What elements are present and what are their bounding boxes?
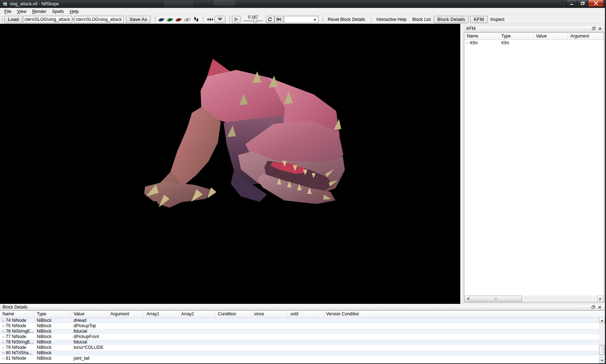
show-nodes-eye-icon[interactable]	[184, 17, 191, 22]
block-details-dock-panel: Block Details NameTypeValueArgumentArray…	[0, 304, 606, 364]
reset-block-details-button[interactable]: Reset Block Details	[325, 16, 368, 23]
block-details-titlebar[interactable]: Block Details	[0, 304, 606, 310]
table-row[interactable]: ▷KfmKfm	[464, 40, 604, 46]
path-splitter-handle[interactable]	[72, 16, 75, 23]
expander-icon[interactable]: ▷	[464, 40, 470, 46]
kfm-table-header[interactable]: NameTypeValueArgument	[464, 33, 604, 40]
column-header[interactable]: Name	[464, 33, 499, 40]
block-details-vertical-scrollbar[interactable]	[599, 318, 605, 363]
toolbar-grip[interactable]	[229, 16, 230, 23]
expander-icon[interactable]: ▷	[0, 329, 6, 334]
cell	[215, 318, 251, 323]
block-details-toggle[interactable]: Block Details	[434, 16, 469, 23]
column-header[interactable]: Condition	[215, 311, 251, 318]
panel-splitter[interactable]	[460, 24, 463, 304]
expander-icon[interactable]: ▷	[0, 334, 6, 339]
expander-icon[interactable]: ▷	[0, 350, 6, 356]
close-panel-icon[interactable]	[598, 27, 602, 30]
kfm-panel-titlebar[interactable]: KFM	[464, 25, 604, 32]
table-row[interactable]: ▷76 NiStringE...NiBlockfiducial	[0, 329, 606, 334]
expander-icon[interactable]: ▷	[0, 323, 6, 329]
toolbar-grip[interactable]	[154, 16, 156, 23]
cell: ▷81 NiNode	[0, 356, 34, 361]
column-header[interactable]: Array1	[144, 311, 179, 318]
table-row[interactable]: ▷74 NiNodeNiBlockdHead	[0, 318, 606, 323]
save-path-input[interactable]	[75, 16, 124, 23]
save-as-button[interactable]: Save As	[126, 16, 151, 23]
toolbar-grip[interactable]	[322, 16, 324, 23]
animation-select-combobox[interactable]	[284, 16, 319, 23]
column-header[interactable]: Value	[71, 311, 108, 318]
show-triangles-eye-icon[interactable]	[167, 17, 174, 22]
slider-track[interactable]	[243, 21, 263, 21]
menu-help[interactable]: Help	[67, 8, 82, 15]
kfm-tree-view[interactable]: NameTypeValueArgument ▷KfmKfm	[464, 32, 604, 302]
table-row[interactable]: ▷81 NiNodeNiBlockjoint_tail	[0, 356, 606, 361]
expander-icon[interactable]: ▷	[0, 345, 6, 350]
cell	[251, 323, 288, 329]
expander-icon[interactable]: ▷	[0, 356, 6, 361]
block-list-toggle[interactable]: Block List	[409, 16, 434, 23]
animation-time-slider[interactable]: 0.187	[243, 15, 264, 23]
block-details-table-header[interactable]: NameTypeValueArgumentArray1Array2Conditi…	[0, 311, 606, 318]
column-header[interactable]: Name	[0, 311, 34, 318]
toolbar-grip[interactable]	[1, 16, 3, 23]
show-hidden-eye-icon[interactable]	[175, 17, 183, 22]
scrollbar-thumb[interactable]	[599, 345, 605, 355]
expander-icon[interactable]: ▷	[0, 339, 6, 345]
slider-thumb[interactable]	[254, 19, 257, 23]
close-panel-icon[interactable]	[598, 306, 601, 309]
inspect-button[interactable]: Inspect	[488, 16, 508, 23]
column-header[interactable]: until	[288, 311, 324, 318]
play-animation-button[interactable]	[232, 16, 241, 23]
kfm-toggle[interactable]: KFM	[470, 16, 487, 23]
menu-bar: File View Render Spells Help	[0, 8, 606, 15]
view-direction-dropdown-button[interactable]	[215, 16, 225, 23]
table-row[interactable]: ▷78 NiStringE...NiBlockfiducial	[0, 339, 606, 345]
scroll-right-button[interactable]	[597, 296, 603, 302]
load-path-input[interactable]	[23, 16, 72, 23]
kfm-horizontal-scrollbar[interactable]	[465, 296, 603, 302]
scroll-up-button[interactable]	[599, 318, 605, 323]
expander-icon[interactable]: ▷	[0, 318, 6, 323]
scroll-down-button[interactable]	[599, 358, 605, 363]
float-panel-icon[interactable]	[592, 305, 595, 309]
column-header[interactable]: Type	[34, 311, 71, 318]
table-row[interactable]: ▷77 NiNodeNiBlockdPickupFront	[0, 334, 606, 339]
block-details-tree-view[interactable]: NameTypeValueArgumentArray1Array2Conditi…	[0, 310, 606, 364]
column-header[interactable]: Array2	[179, 311, 215, 318]
table-row[interactable]: ▷79 NiNodeNiBlocktorso*COLLIDE	[0, 345, 606, 350]
column-header[interactable]: Argument	[108, 311, 144, 318]
block-details-table-rows: ▷74 NiNodeNiBlockdHead▷75 NiNodeNiBlockd…	[0, 318, 606, 361]
float-panel-icon[interactable]	[592, 27, 596, 30]
table-row[interactable]: ▷80 NiTriSha...NiBlock	[0, 350, 606, 356]
close-button[interactable]	[588, 0, 604, 7]
cell	[215, 350, 251, 356]
column-header[interactable]: Value	[533, 33, 568, 40]
window-titlebar[interactable]: slog_attack.nif - NifSkope	[0, 0, 606, 8]
render-viewport[interactable]	[0, 24, 460, 304]
minimize-button[interactable]	[566, 0, 577, 7]
cell: ▷Kfm	[464, 40, 499, 46]
interactive-help-button[interactable]: Interactive Help	[374, 16, 409, 23]
column-header[interactable]: Version Condition	[324, 311, 359, 318]
column-header[interactable]: Argument	[568, 33, 604, 40]
column-header[interactable]: since	[251, 311, 288, 318]
show-vertices-eye-icon[interactable]	[158, 17, 165, 22]
column-header[interactable]: Type	[499, 33, 533, 40]
play-through-button[interactable]	[275, 16, 283, 23]
menu-render[interactable]: Render	[29, 8, 49, 15]
cell	[215, 334, 251, 339]
menu-view[interactable]: View	[14, 8, 29, 15]
menu-file[interactable]: File	[1, 8, 14, 15]
scrollbar-thumb[interactable]	[469, 296, 522, 302]
walk-footprints-icon[interactable]	[193, 17, 200, 22]
kfm-dock-panel: KFM NameTypeValueArgument ▷KfmKfm	[463, 24, 605, 304]
restore-button[interactable]	[577, 0, 588, 7]
load-button[interactable]: Load	[4, 16, 22, 23]
slog-creature-model	[0, 24, 460, 304]
menu-spells[interactable]: Spells	[49, 8, 67, 15]
table-row[interactable]: ▷75 NiNodeNiBlockdPickupTop	[0, 323, 606, 329]
loop-animation-button[interactable]	[266, 16, 275, 23]
center-view-axes-icon[interactable]	[207, 17, 214, 22]
